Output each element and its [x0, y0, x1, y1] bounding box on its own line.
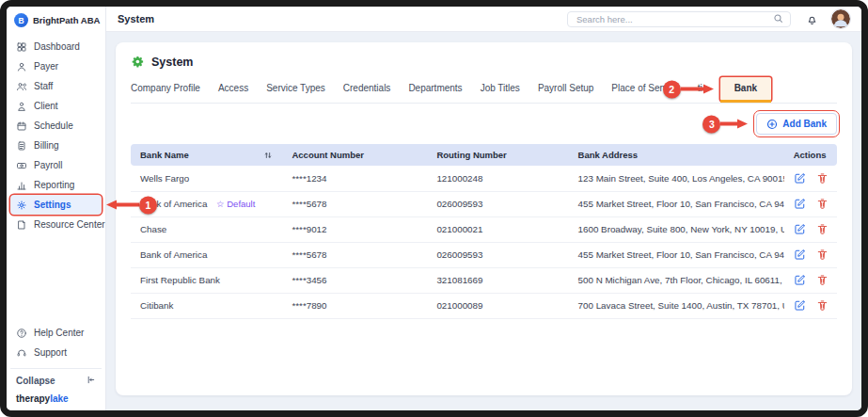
- staff-icon: [16, 81, 27, 92]
- bank-name: Citibank: [140, 300, 173, 311]
- table-row: Bank of America ☆ Default ****5678 02600…: [131, 191, 837, 217]
- annotation-circle-3: 3: [702, 115, 720, 133]
- headset-icon: [16, 347, 27, 359]
- sidebar-item-label: Schedule: [34, 120, 73, 131]
- default-badge: ☆ Default: [216, 199, 255, 209]
- table-row: Chase ****9012 021000021 1600 Broadway, …: [131, 217, 837, 242]
- bank-address: 455 Market Street, Floor 10, San Francis…: [569, 191, 784, 217]
- gear-icon: [16, 200, 27, 211]
- bank-address: 123 Main Street, Suite 400, Los Angeles,…: [569, 166, 784, 191]
- tab-place-of-service[interactable]: Place of Service: [611, 77, 679, 103]
- add-bank-button[interactable]: Add Bank 3: [756, 113, 837, 135]
- sidebar-item-label: Payer: [34, 61, 58, 72]
- bank-name: Bank of America: [140, 249, 207, 260]
- tab-company-profile[interactable]: Company Profile: [131, 77, 200, 103]
- footer-brand-logo: therapylake: [7, 391, 105, 406]
- notifications-bell-icon[interactable]: [806, 13, 818, 25]
- sidebar-item-label: Settings: [34, 200, 71, 210]
- actions-cell: [784, 217, 837, 242]
- routing-number: 021000021: [427, 217, 568, 242]
- tab-departments[interactable]: Departments: [408, 77, 462, 103]
- collapse-label: Collapse: [16, 376, 55, 386]
- brand-name: BrightPath ABA: [33, 15, 100, 25]
- sidebar: B BrightPath ABA Dashboard Payer Staff C…: [7, 7, 106, 410]
- routing-number: 021000089: [427, 293, 568, 318]
- sidebar-footer: Help Center Support Collapse therapylake: [7, 323, 105, 410]
- sidebar-item-billing[interactable]: Billing: [10, 136, 102, 155]
- tab-service-types[interactable]: Service Types: [266, 77, 325, 103]
- routing-number: 121000248: [427, 166, 568, 191]
- actions-cell: [784, 293, 837, 318]
- sidebar-nav: Dashboard Payer Staff Client Schedule Bi…: [7, 33, 105, 234]
- billing-icon: [16, 140, 27, 152]
- sidebar-item-dashboard[interactable]: Dashboard: [10, 37, 102, 56]
- edit-bank-button[interactable]: [794, 172, 806, 184]
- edit-bank-button[interactable]: [794, 274, 806, 286]
- bank-name: Chase: [140, 224, 166, 234]
- sort-icon[interactable]: [263, 151, 273, 160]
- sidebar-item-payer[interactable]: Payer: [10, 56, 102, 76]
- account-number: ****9012: [282, 217, 427, 242]
- delete-bank-button[interactable]: [816, 249, 829, 261]
- delete-bank-button[interactable]: [816, 198, 829, 210]
- sidebar-item-label: Billing: [34, 140, 59, 151]
- arrow-right-icon: [737, 120, 748, 129]
- user-avatar[interactable]: [831, 9, 850, 28]
- tab-access[interactable]: Access: [218, 77, 248, 103]
- bank-table: Bank Name Account Number Routing Number …: [131, 144, 837, 319]
- tab-job-titles[interactable]: Job Titles: [481, 77, 520, 103]
- plus-circle-icon: [766, 119, 778, 130]
- resource-icon: [16, 219, 27, 231]
- sidebar-item-label: Dashboard: [34, 41, 80, 52]
- delete-bank-button[interactable]: [816, 172, 829, 184]
- search-input[interactable]: [575, 13, 767, 25]
- sidebar-item-client[interactable]: Client: [10, 96, 102, 116]
- system-tabs: Company Profile Access Service Types Cre…: [131, 77, 837, 104]
- search-icon[interactable]: [773, 10, 783, 27]
- help-icon: [16, 328, 27, 339]
- sidebar-item-settings[interactable]: Settings 1: [10, 195, 102, 215]
- edit-bank-button[interactable]: [794, 299, 806, 312]
- table-row: Bank of America ****5678 026009593 455 M…: [131, 242, 837, 267]
- delete-bank-button[interactable]: [816, 299, 829, 312]
- search-box: [567, 11, 791, 27]
- chart-icon: [16, 180, 27, 191]
- sidebar-item-payroll[interactable]: Payroll: [10, 155, 102, 175]
- section-title: System: [151, 56, 193, 69]
- tab-payroll-setup[interactable]: Payroll Setup: [538, 77, 593, 103]
- edit-bank-button[interactable]: [794, 223, 806, 235]
- table-toolbar: Add Bank 3: [131, 113, 837, 136]
- delete-bank-button[interactable]: [816, 223, 829, 235]
- actions-cell: [784, 166, 837, 191]
- bank-address: 700 Lavaca Street, Suite 1400, Austin, T…: [569, 293, 784, 318]
- sidebar-item-staff[interactable]: Staff: [10, 76, 102, 96]
- payer-icon: [16, 61, 27, 72]
- bank-address: 500 N Michigan Ave, 7th Floor, Chicago, …: [569, 267, 784, 293]
- arrow-right-icon: [703, 85, 714, 94]
- table-header-row: Bank Name Account Number Routing Number …: [131, 144, 837, 166]
- calendar-icon: [16, 120, 27, 132]
- app-window: B BrightPath ABA Dashboard Payer Staff C…: [0, 0, 868, 417]
- sidebar-item-resource-center[interactable]: Resource Center: [10, 215, 102, 234]
- sidebar-item-reporting[interactable]: Reporting: [10, 175, 102, 195]
- sidebar-item-label: Support: [34, 347, 67, 358]
- system-gear-icon: [131, 55, 145, 69]
- table-row: First Republic Bank ****3456 321081669 5…: [131, 267, 837, 293]
- sidebar-item-help-center[interactable]: Help Center: [10, 323, 102, 343]
- tab-partially-hidden[interactable]: ti: [698, 77, 702, 103]
- edit-bank-button[interactable]: [794, 249, 806, 261]
- tab-credentials[interactable]: Credentials: [343, 77, 391, 103]
- table-row: Citibank ****7890 021000089 700 Lavaca S…: [131, 293, 837, 318]
- delete-bank-button[interactable]: [816, 274, 829, 286]
- system-card: System Company Profile Access Service Ty…: [116, 42, 852, 395]
- edit-bank-button[interactable]: [794, 198, 806, 210]
- tab-bank[interactable]: Bank 2: [720, 77, 771, 101]
- header-bank-name: Bank Name: [131, 144, 282, 166]
- actions-cell: [784, 242, 837, 267]
- brand: B BrightPath ABA: [7, 7, 105, 33]
- sidebar-item-support[interactable]: Support: [10, 343, 102, 362]
- actions-cell: [784, 191, 837, 217]
- collapse-button[interactable]: Collapse: [10, 368, 102, 391]
- sidebar-item-schedule[interactable]: Schedule: [10, 116, 102, 136]
- main-content: System Company Profile Access Service Ty…: [106, 32, 861, 410]
